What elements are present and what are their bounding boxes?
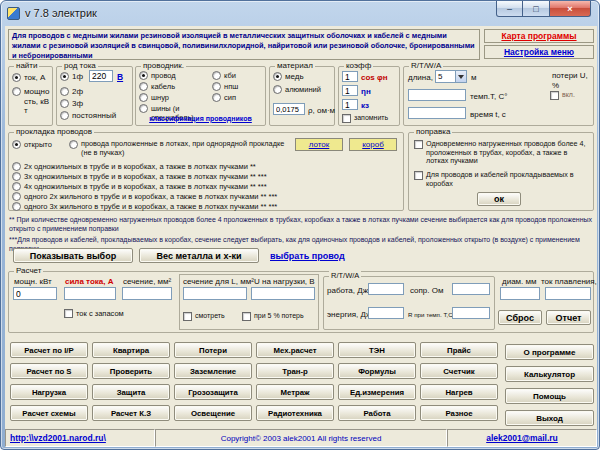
group-find-title: найти: [14, 61, 39, 71]
window-title: v 7.8 электрик: [25, 7, 97, 19]
help-button[interactable]: Помощь: [505, 388, 594, 404]
dc-option[interactable]: постоянный: [60, 111, 116, 121]
temperature-input[interactable]: [408, 89, 466, 101]
menu-button-price[interactable]: Прайс: [420, 342, 498, 358]
menu-button-raschet-s[interactable]: Расчет по S: [10, 363, 88, 379]
metal-weight-button[interactable]: Вес металла и х-ки: [139, 248, 259, 263]
load-coeff-input[interactable]: [342, 99, 358, 110]
menu-button-kvartira[interactable]: Квартира: [92, 342, 170, 358]
menu-button-formuly[interactable]: Формулы: [338, 363, 416, 379]
menu-button-ed-izmereniya[interactable]: Ед.измерения: [338, 384, 416, 400]
correction-ducts-checkbox[interactable]: Для проводов и кабелей прокладываемых в …: [414, 171, 590, 188]
maximize-button[interactable]: □: [523, 1, 549, 17]
menu-button-raschet-kz[interactable]: Расчет К.З: [92, 405, 170, 421]
menu-button-transformator[interactable]: Тран-р: [256, 363, 334, 379]
diameter-input[interactable]: [500, 287, 540, 300]
menu-button-poteri[interactable]: Потери: [174, 342, 252, 358]
laying-2core-option[interactable]: 2х одножильных в трубе и в коробках, а т…: [12, 162, 400, 171]
menu-button-mech-raschet[interactable]: Мех.расчет: [256, 342, 334, 358]
material-aluminium-option[interactable]: алюминий: [273, 85, 321, 94]
voltage-unit-link[interactable]: В: [117, 72, 123, 82]
cos-phi-input[interactable]: [342, 71, 358, 82]
menu-button-zashchita[interactable]: Защита: [92, 384, 170, 400]
menu-button-grozozashchita[interactable]: Грозозащита: [174, 384, 252, 400]
on-checkbox[interactable]: вкл.: [550, 91, 575, 100]
find-option-current[interactable]: ток, А: [12, 73, 52, 83]
laying-tray-single-option[interactable]: провода проложенные в лотках, при одноря…: [69, 140, 287, 157]
work-input[interactable]: [368, 283, 404, 295]
length-select[interactable]: 5: [435, 70, 467, 83]
menu-button-nagruzka[interactable]: Нагрузка: [10, 384, 88, 400]
menu-button-nagrev[interactable]: Нагрев: [420, 384, 498, 400]
phase-2-option[interactable]: 2ф: [60, 87, 83, 97]
section-input[interactable]: [122, 287, 172, 300]
phase-1-option[interactable]: 1ф: [60, 72, 83, 82]
ok-button[interactable]: ок: [477, 192, 521, 206]
conductor-npsh-option[interactable]: нпш: [212, 82, 238, 91]
find-option-power[interactable]: мощность, кВт: [12, 87, 50, 116]
title-bar[interactable]: v 7.8 электрик – □ ×: [1, 1, 599, 25]
menu-button-label: Освещение: [191, 409, 235, 418]
conductor-kbi-option[interactable]: кби: [212, 71, 236, 80]
r-at-temp-input[interactable]: [452, 307, 490, 319]
loss5-checkbox[interactable]: при 5 % потерь: [242, 312, 304, 321]
menu-button-metrazh[interactable]: Метраж: [256, 384, 334, 400]
conductor-wire-option[interactable]: провод: [139, 71, 176, 80]
voltage-input[interactable]: [89, 70, 113, 82]
menu-button-ten[interactable]: ТЭН: [338, 342, 416, 358]
menu-button-proverit[interactable]: Проверить: [92, 363, 170, 379]
menu-button-osveshchenie[interactable]: Освещение: [174, 405, 252, 421]
correction-more-than-4-checkbox[interactable]: Одновременно нагруженных проводов более …: [414, 140, 590, 166]
material-copper-option[interactable]: медь: [273, 72, 304, 82]
energy-input[interactable]: [368, 307, 404, 319]
close-button[interactable]: ×: [549, 1, 591, 17]
resistivity-input[interactable]: [273, 103, 305, 115]
exit-button[interactable]: Выход: [505, 410, 594, 426]
program-map-link[interactable]: Карта программы: [484, 29, 594, 43]
calculator-button[interactable]: Калькулятор: [505, 366, 594, 382]
minimize-button[interactable]: –: [496, 1, 523, 17]
watch-checkbox[interactable]: смотреть: [183, 312, 225, 321]
duct-link[interactable]: короб: [349, 138, 397, 151]
current-reserve-checkbox[interactable]: ток с запасом: [64, 309, 124, 318]
phase-3-option[interactable]: 3ф: [60, 99, 83, 109]
choose-wire-link[interactable]: выбрать провод: [270, 251, 345, 261]
conductor-classification-link[interactable]: классификация проводников: [136, 115, 265, 124]
menu-button-zazemlenie[interactable]: Заземление: [174, 363, 252, 379]
menu-button-raschet-shemy[interactable]: Расчет схемы: [10, 405, 88, 421]
conductor-sip-option[interactable]: сип: [212, 93, 236, 102]
show-selection-label: Показывать выбор: [30, 251, 116, 261]
current-input[interactable]: [64, 287, 116, 300]
show-selection-button[interactable]: Показывать выбор: [13, 248, 133, 263]
laying-open-option[interactable]: открыто: [12, 140, 52, 149]
checkbox-icon: [342, 114, 351, 123]
menu-button-raschet-ip[interactable]: Расчет по I/P: [10, 342, 88, 358]
melting-current-input[interactable]: [545, 287, 591, 300]
chevron-down-icon: [455, 71, 466, 82]
menu-button-raznoe[interactable]: Разное: [420, 405, 498, 421]
menu-button-rabota[interactable]: Работа: [338, 405, 416, 421]
conductor-cord-option[interactable]: шнур: [139, 93, 169, 102]
site-link[interactable]: http:\\vzd2001.narod.ru\: [10, 433, 106, 443]
laying-one-2core-option[interactable]: одного 2х жильного в трубе и в коробках,…: [12, 192, 400, 201]
radio-icon: [12, 202, 21, 211]
remember-checkbox[interactable]: запомнить: [342, 114, 388, 123]
efficiency-input[interactable]: [342, 85, 358, 96]
resistance-input[interactable]: [452, 283, 490, 295]
menu-settings-link[interactable]: Настройка меню: [484, 45, 594, 59]
report-button[interactable]: Отчет: [546, 310, 591, 325]
conductor-cable-option[interactable]: кабель: [139, 82, 175, 91]
about-button[interactable]: О программе: [505, 344, 594, 360]
section-for-length-input[interactable]: [183, 287, 247, 300]
menu-button-radiotehnika[interactable]: Радиотехника: [256, 405, 334, 421]
laying-one-3core-option[interactable]: одного 3х жильного в трубе и в коробках,…: [12, 202, 400, 211]
time-input[interactable]: [408, 107, 466, 119]
tray-link[interactable]: лоток: [295, 138, 343, 151]
laying-4core-option[interactable]: 4х одножильных в трубе и в коробках, а т…: [12, 182, 400, 191]
power-input[interactable]: [13, 287, 57, 300]
email-link[interactable]: alek2001@mail.ru: [486, 433, 558, 443]
menu-button-schetchik[interactable]: Счетчик: [420, 363, 498, 379]
u-load-input[interactable]: [251, 287, 315, 300]
laying-3core-option[interactable]: 3х одножильных в трубе и в коробках, а т…: [12, 172, 400, 181]
reset-button[interactable]: Сброс: [498, 310, 542, 325]
